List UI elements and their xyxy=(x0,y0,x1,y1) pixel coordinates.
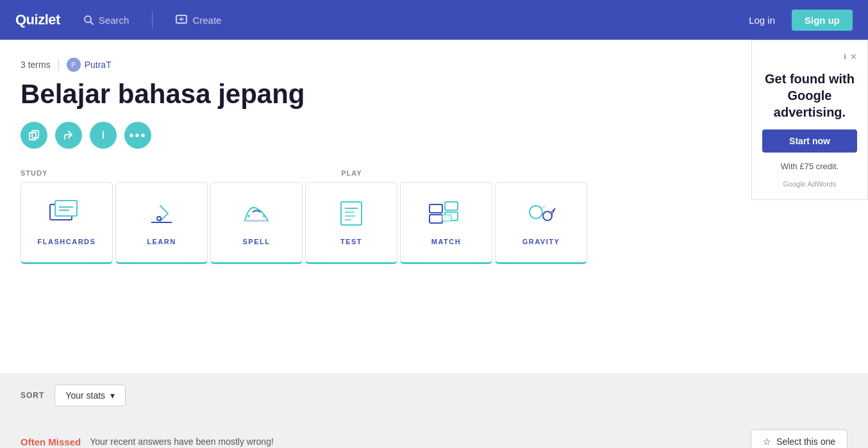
navbar-right: Log in Sign up xyxy=(740,10,853,31)
often-missed-section: Often Missed Your recent answers have be… xyxy=(0,418,868,448)
search-button[interactable]: Search xyxy=(76,11,137,29)
avatar: P xyxy=(67,58,81,72)
chevron-down-icon: ▾ xyxy=(110,390,115,401)
sort-dropdown[interactable]: Your stats ▾ xyxy=(54,385,126,406)
ad-google-label: Google AdWords xyxy=(783,180,837,188)
action-buttons: i ••• xyxy=(21,122,847,149)
search-icon xyxy=(83,15,94,25)
study-play-labels: STUDY PLAY xyxy=(21,169,847,177)
often-missed-badge: Often Missed xyxy=(21,436,81,447)
test-card[interactable]: TEST xyxy=(305,182,397,264)
create-label: Create xyxy=(192,15,221,26)
search-label: Search xyxy=(99,15,129,26)
svg-point-26 xyxy=(530,206,542,219)
login-button[interactable]: Log in xyxy=(740,11,784,29)
often-missed-bar: Often Missed Your recent answers have be… xyxy=(21,418,847,448)
copy-button[interactable] xyxy=(21,122,47,149)
share-button[interactable] xyxy=(55,122,82,149)
meta-divider xyxy=(58,59,59,71)
svg-rect-23 xyxy=(445,202,458,210)
sort-label: SORT xyxy=(21,391,44,400)
author-name[interactable]: PutraT xyxy=(85,60,112,70)
often-missed-left: Often Missed Your recent answers have be… xyxy=(21,436,274,447)
ad-info-icon[interactable]: ℹ xyxy=(844,53,846,61)
author-row: P PutraT xyxy=(67,58,112,72)
test-icon xyxy=(336,199,367,229)
ad-cta-button[interactable]: Start now xyxy=(762,129,857,153)
logo[interactable]: Quizlet xyxy=(15,12,60,28)
svg-rect-8 xyxy=(55,201,77,216)
info-button[interactable]: i xyxy=(90,122,117,149)
learn-card[interactable]: LEARN xyxy=(115,182,208,264)
copy-icon xyxy=(28,129,40,141)
svg-point-12 xyxy=(157,217,161,220)
create-icon xyxy=(176,15,187,25)
create-button[interactable]: Create xyxy=(168,11,229,29)
spell-icon xyxy=(240,199,273,229)
flashcards-label: FLASHCARDS xyxy=(38,238,96,245)
spell-label: SPELL xyxy=(243,238,271,245)
svg-rect-25 xyxy=(442,215,451,221)
spell-card[interactable]: SPELL xyxy=(210,182,303,264)
flashcards-icon xyxy=(49,199,85,229)
often-missed-description: Your recent answers have been mostly wro… xyxy=(90,436,274,447)
match-icon xyxy=(428,199,464,229)
navbar: Quizlet Search Create Log in Sign up xyxy=(0,0,868,40)
svg-rect-22 xyxy=(430,215,442,223)
ad-close-row: ℹ ✕ xyxy=(762,52,857,62)
main-content: 3 terms P PutraT Belajar bahasa jepang i xyxy=(0,40,868,373)
set-title: Belajar bahasa jepang xyxy=(21,79,847,109)
gravity-icon xyxy=(523,199,559,229)
test-label: TEST xyxy=(340,238,362,245)
svg-rect-6 xyxy=(32,131,38,138)
select-this-button[interactable]: ☆ Select this one xyxy=(751,429,847,448)
flashcards-card[interactable]: FLASHCARDS xyxy=(21,182,113,264)
terms-count: 3 terms xyxy=(21,60,51,70)
play-label: PLAY xyxy=(341,169,362,177)
svg-rect-21 xyxy=(430,204,442,213)
info-icon: i xyxy=(102,129,104,141)
svg-point-27 xyxy=(543,212,552,220)
study-label: STUDY xyxy=(21,169,47,177)
more-button[interactable]: ••• xyxy=(124,122,151,149)
more-icon: ••• xyxy=(129,128,146,143)
learn-label: LEARN xyxy=(147,238,176,245)
meta-row: 3 terms P PutraT xyxy=(21,58,847,72)
signup-button[interactable]: Sign up xyxy=(792,10,853,31)
svg-point-15 xyxy=(263,215,265,217)
svg-line-28 xyxy=(541,206,546,208)
ad-close-icon[interactable]: ✕ xyxy=(850,52,857,62)
gravity-label: GRAVITY xyxy=(522,238,560,245)
learn-icon xyxy=(146,199,177,229)
nav-divider xyxy=(152,11,153,29)
match-card[interactable]: MATCH xyxy=(400,182,492,264)
ad-panel: ℹ ✕ Get found with Google advertising. S… xyxy=(751,40,868,200)
select-this-label: Select this one xyxy=(776,436,835,447)
gravity-card[interactable]: GRAVITY xyxy=(495,182,587,264)
svg-point-14 xyxy=(247,215,250,217)
sort-section: SORT Your stats ▾ xyxy=(0,373,868,418)
match-label: MATCH xyxy=(431,238,461,245)
star-icon: ☆ xyxy=(763,436,771,447)
svg-rect-13 xyxy=(246,220,267,222)
share-icon xyxy=(63,129,74,141)
study-cards: FLASHCARDS LEARN xyxy=(21,182,847,264)
ad-credit-text: With £75 credit. xyxy=(781,162,839,171)
svg-rect-16 xyxy=(341,202,362,225)
ad-text: Get found with Google advertising. xyxy=(762,71,857,120)
svg-line-1 xyxy=(90,22,93,24)
sort-dropdown-value: Your stats xyxy=(65,390,105,401)
svg-rect-5 xyxy=(29,133,36,140)
